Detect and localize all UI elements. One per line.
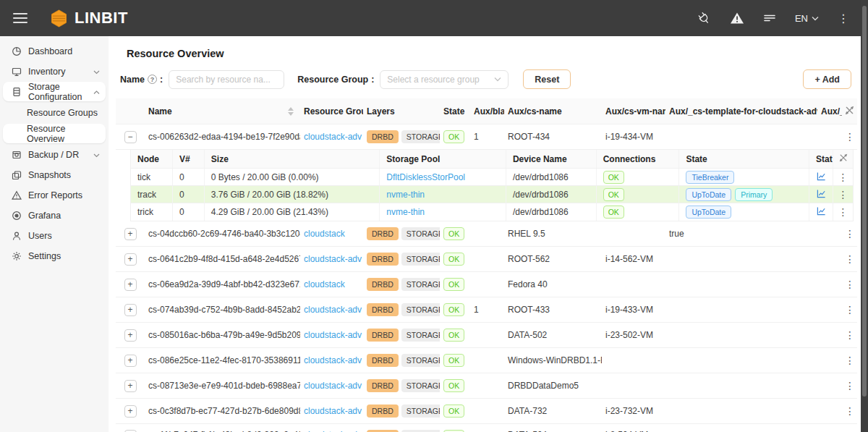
table-row: + cs-06ea9d2a-39d9-4abf-bb42-d323e67161d… (116, 272, 857, 297)
expand-button[interactable]: + (124, 329, 137, 342)
layer-badge-storage: STORAGE (401, 329, 440, 342)
aux-cs-name-value: Windows-WinDRBD1.1-Build (504, 355, 602, 365)
expand-button[interactable]: + (124, 405, 137, 418)
volume-menu-button[interactable]: ⋮ (835, 171, 851, 183)
reset-button[interactable]: Reset (523, 69, 571, 89)
volume-menu-button[interactable]: ⋮ (835, 189, 851, 200)
col-connections: Connections (597, 150, 680, 168)
row-menu-button[interactable]: ⋮ (842, 355, 857, 366)
volume-menu-button[interactable]: ⋮ (835, 206, 851, 218)
gear-icon (12, 251, 22, 261)
device-name: /dev/drbd1086 (506, 169, 597, 185)
layer-badge-storage: STORAGE (401, 354, 440, 367)
brand-name: LINBIT (75, 9, 128, 27)
column-settings-icon[interactable] (845, 107, 854, 117)
state-badge: OK (443, 227, 464, 240)
add-button[interactable]: + Add (803, 69, 851, 89)
row-menu-button[interactable]: ⋮ (842, 253, 857, 265)
expand-button[interactable]: + (124, 304, 137, 316)
topbar-menu-button[interactable]: ⋮ (838, 12, 849, 25)
device-name: /dev/drbd1086 (506, 186, 597, 203)
sidebar-item-storage-configuration[interactable]: Storage Configuration (3, 82, 106, 101)
resource-name: cs-006263d2-edaa-4194-be19-7f2e90dab5a2 (148, 132, 300, 142)
stats-chart-icon[interactable] (817, 206, 826, 218)
expand-button[interactable]: + (124, 380, 137, 392)
layer-badge-storage: STORAGE (401, 405, 440, 418)
language-selector[interactable]: EN (795, 13, 819, 24)
table-row: + cs-11b7e047-fb1b-43bc-b8d2-329a2e48d9a… (116, 424, 857, 432)
resource-name: cs-085016ac-b6ba-479b-a49e-9d5b20964596 (148, 330, 300, 340)
resource-group-link[interactable]: cloudstack-adv (304, 355, 362, 365)
search-input[interactable] (169, 70, 284, 89)
row-menu-button[interactable]: ⋮ (842, 380, 857, 391)
help-icon: ? (148, 75, 157, 84)
col-aux-cs-vm-name: Aux/cs-vm-name (602, 106, 665, 117)
row-menu-button[interactable]: ⋮ (842, 405, 857, 417)
table-row: + cs-0c3f8d7b-ec77-427d-b27b-6de809d8399… (116, 399, 857, 424)
resource-group-link[interactable]: cloudstack-adv (304, 330, 362, 340)
expand-button[interactable]: + (124, 228, 137, 240)
grafana-icon (12, 211, 22, 221)
monitor-icon (12, 67, 22, 77)
storage-pool-link[interactable]: DfltDisklessStorPool (386, 172, 465, 182)
resource-group-link[interactable]: cloudstack (304, 229, 345, 239)
expand-button[interactable]: + (124, 355, 137, 367)
layer-badge-drbd: DRBD (367, 303, 399, 316)
language-label: EN (795, 13, 808, 24)
sidebar-item-error-reports[interactable]: Error Reports (3, 185, 106, 205)
resource-group-link[interactable]: cloudstack-adv (304, 132, 362, 142)
sidebar-item-resource-overview[interactable]: Resource Overview (3, 124, 106, 143)
storage-pool-link[interactable]: nvme-thin (386, 190, 425, 200)
sidebar-item-backup-dr[interactable]: Backup / DR (3, 145, 106, 164)
sidebar-item-grafana[interactable]: Grafana (3, 206, 106, 225)
aux-cs-vm-name-value: i-19-434-VM (602, 132, 665, 142)
connection-plug-icon[interactable] (697, 12, 711, 25)
sidebar-item-inventory[interactable]: Inventory (3, 62, 106, 81)
resource-group-link[interactable]: cloudstack-adv (304, 305, 362, 315)
aux-cs-vm-name-value: i-23-502-VM (602, 330, 665, 340)
volume-row: track 0 3.76 GiB / 20.00 GiB (18.82%) nv… (131, 186, 853, 203)
resource-group-link[interactable]: cloudstack-adv (304, 381, 362, 391)
sidebar-label: Grafana (28, 211, 61, 221)
resource-name: cs-06ea9d2a-39d9-4abf-bb42-d323e67161de (148, 279, 300, 289)
collapse-button[interactable]: − (124, 131, 137, 143)
volume-state-badge: TieBreaker (686, 171, 734, 184)
resource-group-link[interactable]: cloudstack (304, 279, 345, 289)
sidebar-item-snapshots[interactable]: Snapshots (3, 165, 106, 185)
sidebar-item-resource-groups[interactable]: Resource Groups (3, 103, 106, 122)
volumes-header: Node V# Size Storage Pool Device Name Co… (131, 150, 853, 169)
aux-cs-name-value: DATA-502 (504, 330, 602, 340)
row-menu-button[interactable]: ⋮ (842, 228, 857, 240)
scrollbar-thumb[interactable] (862, 6, 867, 397)
sort-button[interactable] (288, 107, 294, 116)
storage-pool-link[interactable]: nvme-thin (386, 207, 425, 217)
row-menu-button[interactable]: ⋮ (842, 131, 857, 143)
expand-button[interactable]: + (124, 279, 137, 291)
col-resource-group: Resource Group (300, 106, 363, 117)
resource-group-link[interactable]: cloudstack-adv (304, 254, 362, 264)
sidebar-item-settings[interactable]: Settings (3, 246, 106, 266)
row-menu-button[interactable]: ⋮ (842, 304, 857, 315)
stats-chart-icon[interactable] (817, 189, 826, 200)
menu-toggle-button[interactable] (13, 13, 27, 23)
sidebar-item-dashboard[interactable]: Dashboard (3, 41, 106, 61)
aux-cs-vm-name-value: i-19-433-VM (602, 305, 665, 315)
sidebar-label: Resource Overview (27, 124, 106, 144)
col-stats: Stats (809, 150, 833, 168)
column-settings-icon[interactable] (839, 153, 848, 164)
state-badge: OK (443, 303, 464, 316)
sidebar-item-users[interactable]: Users (3, 226, 106, 245)
row-menu-button[interactable]: ⋮ (842, 329, 857, 341)
resource-name: cs-0641c2b9-4f8d-415d-a648-2e4d5267bebc (148, 254, 300, 264)
logs-icon[interactable] (763, 12, 776, 24)
scrollbar[interactable] (861, 0, 868, 432)
resource-group-link[interactable]: cloudstack-adv (304, 406, 362, 416)
stats-chart-icon[interactable] (817, 171, 826, 183)
row-menu-button[interactable]: ⋮ (842, 279, 857, 290)
warning-icon[interactable] (730, 12, 744, 25)
expand-button[interactable]: + (124, 253, 137, 266)
resource-group-select[interactable]: Select a resource group (380, 70, 509, 89)
node-name: track (131, 186, 173, 203)
resource-name: cs-08713e3e-e7e9-401d-bdeb-6988ea7f0e73 (148, 381, 300, 391)
chevron-down-icon (93, 67, 100, 77)
